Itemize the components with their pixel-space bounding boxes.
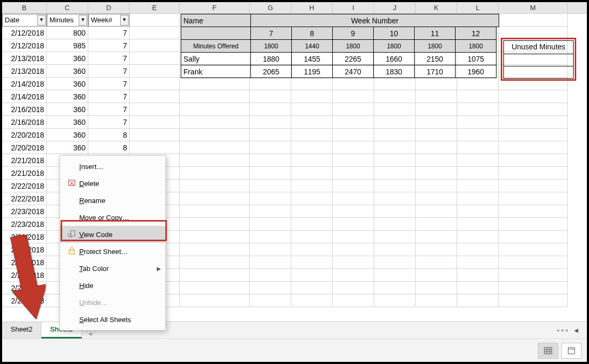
cell[interactable] [250,192,291,205]
cell[interactable] [250,256,291,269]
cell[interactable] [291,192,333,205]
cell[interactable] [180,205,250,218]
cell[interactable] [499,154,568,167]
cell[interactable] [457,141,499,154]
col-header-E[interactable]: E [130,2,180,13]
cell[interactable] [499,192,568,205]
cell[interactable] [374,294,416,307]
dropdown-icon[interactable]: ▼ [37,15,46,26]
cell[interactable] [130,141,180,154]
unused-minutes-cell[interactable] [503,54,574,66]
date-cell[interactable]: 2/16/2018 [2,103,47,116]
cell[interactable] [374,103,416,116]
col-header-K[interactable]: K [416,2,457,13]
week-cell[interactable]: 7 [88,103,130,116]
cell[interactable] [180,90,250,103]
menu-hide[interactable]: Hide [60,277,165,294]
minutes-cell[interactable]: 360 [47,52,88,65]
week-cell[interactable]: 8 [88,141,130,154]
minutes-cell[interactable]: 985 [47,39,88,52]
cell[interactable] [499,218,568,231]
week-cell[interactable]: 7 [88,116,130,129]
cell[interactable] [416,116,457,129]
cell[interactable] [180,243,250,256]
cell[interactable] [180,231,250,243]
cell[interactable] [250,218,291,231]
cell[interactable] [416,78,457,90]
date-cell[interactable]: 2/14/2018 [2,78,47,90]
cell[interactable] [416,90,457,103]
cell[interactable] [291,129,333,141]
cell[interactable] [333,205,374,218]
cell[interactable] [416,269,457,282]
cell[interactable] [333,192,374,205]
cell[interactable] [180,256,250,269]
cell[interactable] [250,154,291,167]
sheet-tab-context-menu[interactable]: Insert… Delete Rename Move or Copy… View… [60,155,166,331]
cell[interactable] [457,269,499,282]
minutes-cell[interactable]: 360 [47,90,88,103]
cell[interactable] [499,269,568,282]
cell[interactable] [250,180,291,192]
cell[interactable] [250,243,291,256]
cell[interactable] [250,103,291,116]
cell[interactable] [499,243,568,256]
cell[interactable] [457,218,499,231]
cell[interactable] [416,256,457,269]
col-header-D[interactable]: D [88,2,130,13]
col-header-H[interactable]: H [291,2,333,13]
cell[interactable] [291,243,333,256]
cell[interactable] [374,256,416,269]
cell[interactable] [291,90,333,103]
cell[interactable] [291,231,333,243]
cell[interactable] [499,282,568,294]
cell[interactable] [180,192,250,205]
cell[interactable] [499,180,568,192]
cell[interactable] [374,116,416,129]
date-cell[interactable]: 2/20/2018 [2,141,47,154]
cell[interactable] [333,90,374,103]
cell[interactable] [333,256,374,269]
cell[interactable] [333,154,374,167]
cell[interactable] [333,116,374,129]
cell[interactable] [499,141,568,154]
chevron-left-icon[interactable]: ◀ [570,327,578,333]
cell[interactable] [130,116,180,129]
cell[interactable] [130,14,180,27]
cell[interactable] [333,282,374,294]
date-cell[interactable]: 2/22/2018 [2,192,47,205]
cell[interactable] [291,282,333,294]
date-cell[interactable]: 2/23/2018 [2,218,47,231]
cell[interactable] [180,218,250,231]
cell[interactable] [457,129,499,141]
cell[interactable] [499,256,568,269]
minutes-cell[interactable]: 360 [47,141,88,154]
date-cell[interactable]: 2/23/2018 [2,205,47,218]
cell[interactable] [457,256,499,269]
col-header-I[interactable]: I [333,2,374,13]
cell[interactable] [291,167,333,180]
cell[interactable] [416,218,457,231]
cell[interactable] [374,218,416,231]
column-headers[interactable]: B C D E F G H I J K L M [2,2,587,14]
week-cell[interactable]: 7 [88,65,130,78]
cell[interactable] [374,282,416,294]
col-header-C[interactable]: C [47,2,88,13]
cell[interactable] [180,116,250,129]
cell[interactable] [130,27,180,39]
cell[interactable] [130,103,180,116]
date-cell[interactable]: 2/12/2018 [2,39,47,52]
cell[interactable] [457,154,499,167]
cell[interactable] [291,269,333,282]
cell[interactable] [416,192,457,205]
menu-delete[interactable]: Delete [60,175,165,192]
cell[interactable] [333,269,374,282]
cell[interactable] [250,141,291,154]
cell[interactable] [333,141,374,154]
cell[interactable] [416,103,457,116]
cell[interactable] [457,282,499,294]
col-header-F[interactable]: F [180,2,250,13]
cell[interactable] [457,205,499,218]
cell[interactable] [291,154,333,167]
cell[interactable] [291,256,333,269]
